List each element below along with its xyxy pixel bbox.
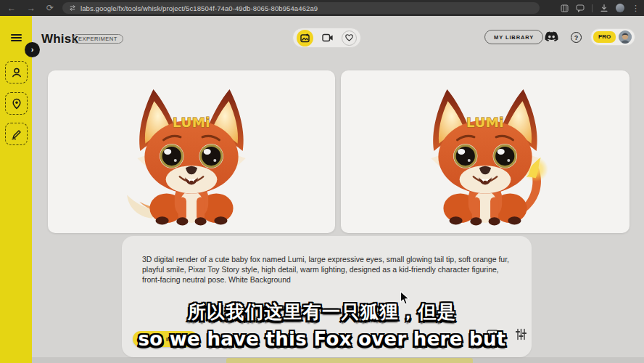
generated-image-right[interactable]: [341, 70, 629, 233]
chevron-right-icon: ›: [143, 335, 146, 343]
my-library-label: MY LIBRARY: [494, 34, 534, 41]
site-info-icon: [69, 4, 76, 12]
browser-reload-icon[interactable]: ⟳: [46, 4, 54, 12]
video-camera-icon: [322, 33, 334, 42]
mode-switcher: [292, 28, 361, 48]
fox-illustration-left: [107, 82, 276, 229]
ingredients-sidebar: [0, 16, 32, 363]
person-icon: [11, 67, 22, 78]
sidebar-scene-button[interactable]: [5, 92, 28, 115]
browser-toolbar: ← → ⟳ labs.google/fx/tools/whisk/project…: [0, 0, 644, 16]
my-library-button[interactable]: MY LIBRARY: [484, 30, 543, 44]
chat-icon[interactable]: [576, 4, 585, 12]
generated-image-left[interactable]: [48, 70, 335, 233]
fox-illustration-right: [401, 82, 569, 229]
browser-address-bar[interactable]: labs.google/fx/tools/whisk/project/5c185…: [62, 2, 540, 14]
style-pen-icon: [11, 129, 22, 140]
bottom-strip: [32, 357, 644, 363]
prompt-card: 3D digital render of a cute baby fox nam…: [122, 236, 532, 357]
browser-forward-icon[interactable]: →: [27, 4, 36, 12]
discord-button[interactable]: [545, 31, 558, 45]
whisk-app-window: ← → ⟳ labs.google/fx/tools/whisk/project…: [0, 0, 644, 363]
prompt-text[interactable]: 3D digital render of a cute baby fox nam…: [142, 254, 516, 285]
pro-badge: PRO: [593, 31, 616, 43]
image-icon: [300, 33, 310, 43]
settings-button[interactable]: [515, 328, 527, 343]
help-button[interactable]: ?: [571, 32, 582, 43]
add-image-label: ADD IMAGE: [150, 336, 188, 343]
browser-menu-icon[interactable]: ⋮: [632, 4, 640, 13]
image-mode-button[interactable]: [297, 30, 313, 46]
user-avatar: [619, 30, 632, 44]
discord-icon: [545, 31, 558, 42]
question-mark-icon: ?: [574, 34, 579, 41]
browser-profile-avatar[interactable]: [616, 4, 624, 12]
location-pin-icon: [11, 98, 22, 110]
sidebar-expand-button[interactable]: ›: [25, 42, 40, 57]
sidebar-subject-button[interactable]: [5, 61, 28, 83]
toolbar-divider: [592, 4, 593, 12]
favorites-mode-button[interactable]: [342, 30, 357, 46]
chevron-right-icon: ›: [31, 45, 34, 54]
download-icon[interactable]: [600, 4, 608, 12]
video-mode-button[interactable]: [322, 33, 334, 42]
hamburger-menu-icon[interactable]: [11, 34, 22, 41]
add-image-button[interactable]: › ADD IMAGE: [133, 331, 198, 347]
sidebar-style-button[interactable]: [5, 123, 28, 145]
expand-icon: [487, 330, 498, 340]
browser-back-icon[interactable]: ←: [7, 4, 16, 12]
experiment-badge: EXPERIMENT: [73, 34, 123, 44]
heart-icon: [345, 34, 353, 41]
expand-image-button[interactable]: [487, 330, 498, 343]
tune-sliders-icon: [515, 328, 527, 340]
prompt-bar-edge: [226, 358, 473, 363]
account-button[interactable]: PRO: [590, 28, 635, 46]
tab-groups-icon[interactable]: [561, 4, 569, 12]
url-text: labs.google/fx/tools/whisk/project/5c185…: [80, 4, 318, 12]
